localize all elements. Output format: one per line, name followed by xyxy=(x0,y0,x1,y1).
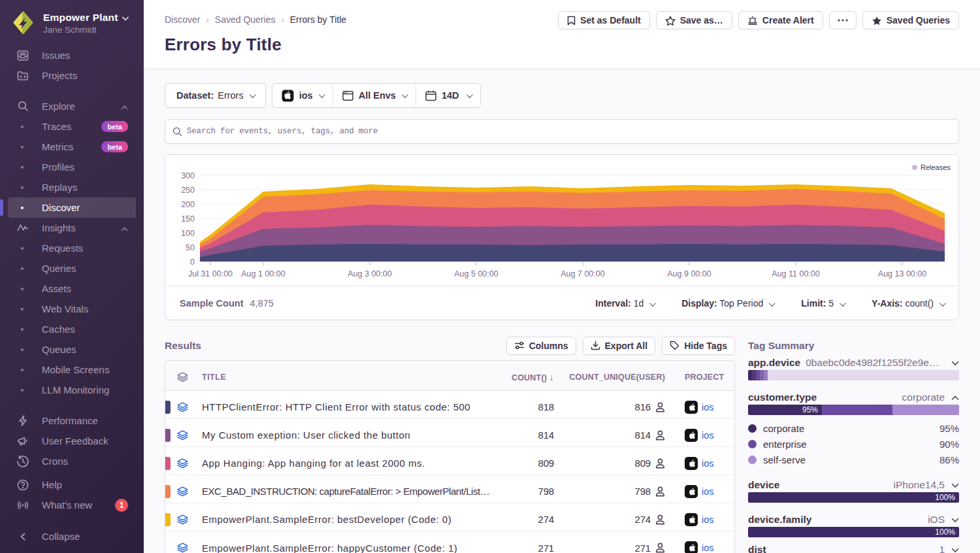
svg-text:Aug 3 00:00: Aug 3 00:00 xyxy=(348,269,391,278)
svg-text:300: 300 xyxy=(181,171,195,180)
svg-text:Jul 31 00:00: Jul 31 00:00 xyxy=(188,269,233,278)
svg-text:Releases: Releases xyxy=(921,163,951,171)
svg-text:Aug 11 00:00: Aug 11 00:00 xyxy=(772,269,819,278)
svg-text:250: 250 xyxy=(181,186,195,195)
svg-text:Aug 9 00:00: Aug 9 00:00 xyxy=(667,269,711,278)
svg-text:0: 0 xyxy=(190,258,195,267)
svg-text:100: 100 xyxy=(181,229,195,238)
svg-text:Aug 1 00:00: Aug 1 00:00 xyxy=(241,269,285,278)
svg-text:200: 200 xyxy=(181,200,195,209)
svg-text:Aug 7 00:00: Aug 7 00:00 xyxy=(561,269,604,278)
svg-text:50: 50 xyxy=(186,243,195,252)
svg-text:Aug 13 00:00: Aug 13 00:00 xyxy=(878,269,926,278)
svg-text:Aug 5 00:00: Aug 5 00:00 xyxy=(454,269,498,278)
svg-text:150: 150 xyxy=(181,214,195,224)
